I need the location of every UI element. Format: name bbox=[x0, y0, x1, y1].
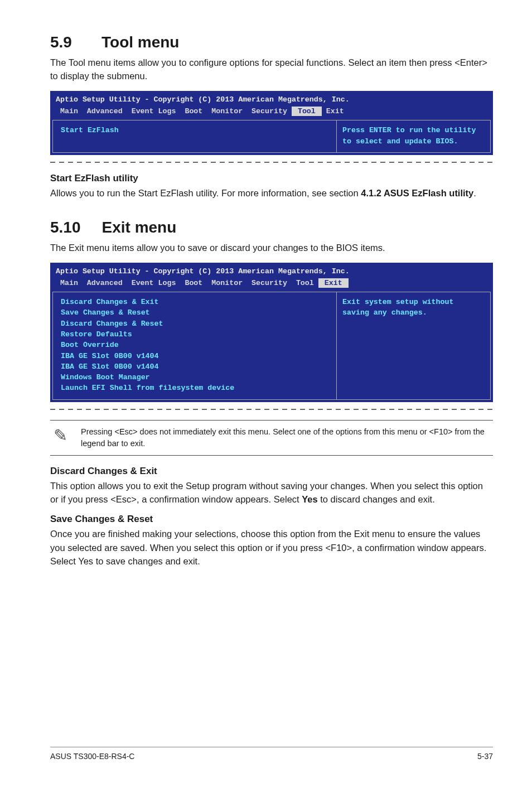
footer-right: 5-37 bbox=[477, 752, 493, 761]
pencil-icon: ✎ bbox=[54, 426, 67, 444]
section-intro: The Exit menu items allow you to save or… bbox=[50, 241, 493, 254]
yes-bold: Yes bbox=[302, 494, 317, 504]
bios-item: Save Changes & Reset bbox=[61, 307, 328, 318]
bios-item: Launch EFI Shell from filesystem device bbox=[61, 383, 328, 393]
bios-item: Restore Defaults bbox=[61, 329, 328, 340]
subheading-ezflash: Start EzFlash utility bbox=[50, 173, 493, 184]
bios-tab-selected: Exit bbox=[318, 278, 349, 288]
discard-desc: This option allows you to exit the Setup… bbox=[50, 479, 493, 506]
bios-tabbar: Main Advanced Event Logs Boot Monitor Se… bbox=[50, 105, 493, 120]
text: to discard changes and exit. bbox=[318, 494, 435, 504]
bios-tab-selected: Tool bbox=[292, 107, 322, 116]
torn-edge bbox=[50, 160, 493, 165]
section-heading-exit: 5.10 Exit menu bbox=[50, 219, 493, 236]
section-title: Tool menu bbox=[101, 33, 179, 51]
bios-item: Windows Boot Manager bbox=[61, 372, 328, 383]
footer-left: ASUS TS300-E8-RS4-C bbox=[50, 752, 134, 761]
bios-item: Discard Changes & Reset bbox=[61, 318, 328, 329]
bios-help-text: Press ENTER to run the utility to select… bbox=[342, 125, 485, 147]
section-number: 5.10 bbox=[50, 219, 81, 236]
ezflash-desc: Allows you to run the Start EzFlash util… bbox=[50, 186, 493, 200]
bios-item: Start EzFlash bbox=[61, 125, 328, 136]
torn-edge bbox=[50, 407, 493, 412]
bios-help-pane: Press ENTER to run the utility to select… bbox=[336, 120, 491, 153]
bios-screen-tool: Aptio Setup Utility - Copyright (C) 2013… bbox=[50, 91, 493, 155]
bios-left-pane: Discard Changes & Exit Save Changes & Re… bbox=[52, 292, 336, 399]
text: . bbox=[473, 188, 476, 198]
bios-help-text: Exit system setup without saving any cha… bbox=[342, 297, 485, 318]
bios-copyright: Aptio Setup Utility - Copyright (C) 2013… bbox=[50, 263, 493, 277]
note-box: ✎ Pressing <Esc> does not immediately ex… bbox=[50, 420, 493, 456]
bios-copyright: Aptio Setup Utility - Copyright (C) 2013… bbox=[50, 91, 493, 105]
subheading-save: Save Changes & Reset bbox=[50, 514, 493, 525]
bios-item: Discard Changes & Exit bbox=[61, 297, 328, 307]
section-heading-tool: 5.9 Tool menu bbox=[50, 33, 493, 51]
bios-tabs-pre: Main Advanced Event Logs Boot Monitor Se… bbox=[56, 107, 292, 115]
section-intro: The Tool menu items allow you to configu… bbox=[50, 56, 493, 83]
bios-item: IBA GE Slot 0B00 v1404 bbox=[61, 351, 328, 361]
note-text: Pressing <Esc> does not immediately exit… bbox=[81, 426, 490, 450]
ref-bold: 4.1.2 ASUS EzFlash utility bbox=[361, 188, 473, 198]
bios-item: IBA GE Slot 0B00 v1404 bbox=[61, 361, 328, 372]
bios-tabbar: Main Advanced Event Logs Boot Monitor Se… bbox=[50, 277, 493, 292]
section-title: Exit menu bbox=[102, 219, 177, 236]
bios-left-pane: Start EzFlash bbox=[52, 120, 336, 153]
subheading-discard: Discard Changes & Exit bbox=[50, 466, 493, 477]
bios-item: Boot Override bbox=[61, 340, 328, 350]
bios-tabs-post: Exit bbox=[322, 107, 344, 115]
save-desc: Once you are finished making your select… bbox=[50, 527, 493, 568]
page-footer: ASUS TS300-E8-RS4-C 5-37 bbox=[50, 747, 493, 761]
text: Allows you to run the Start EzFlash util… bbox=[50, 188, 361, 198]
section-number: 5.9 bbox=[50, 33, 80, 51]
bios-screen-exit: Aptio Setup Utility - Copyright (C) 2013… bbox=[50, 263, 493, 402]
bios-help-pane: Exit system setup without saving any cha… bbox=[336, 292, 491, 399]
bios-tabs-pre: Main Advanced Event Logs Boot Monitor Se… bbox=[56, 279, 318, 287]
